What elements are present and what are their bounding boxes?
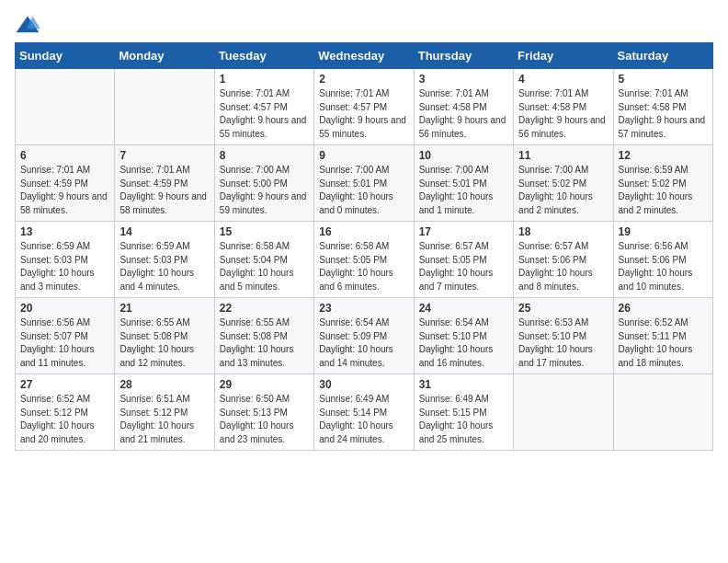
calendar-cell: 18Sunrise: 6:57 AM Sunset: 5:06 PM Dayli…: [514, 222, 613, 298]
calendar-table: SundayMondayTuesdayWednesdayThursdayFrid…: [15, 42, 713, 451]
calendar-cell: 17Sunrise: 6:57 AM Sunset: 5:05 PM Dayli…: [414, 222, 513, 298]
calendar-cell: 11Sunrise: 7:00 AM Sunset: 5:02 PM Dayli…: [514, 145, 613, 222]
day-info: Sunrise: 6:49 AM Sunset: 5:14 PM Dayligh…: [319, 393, 408, 446]
calendar-week-row: 1Sunrise: 7:01 AM Sunset: 4:57 PM Daylig…: [16, 69, 713, 145]
calendar-header-row: SundayMondayTuesdayWednesdayThursdayFrid…: [16, 43, 713, 69]
day-info: Sunrise: 6:54 AM Sunset: 5:09 PM Dayligh…: [319, 316, 408, 370]
day-info: Sunrise: 7:00 AM Sunset: 5:01 PM Dayligh…: [319, 164, 408, 217]
calendar-cell: 23Sunrise: 6:54 AM Sunset: 5:09 PM Dayli…: [314, 298, 414, 374]
calendar-week-row: 13Sunrise: 6:59 AM Sunset: 5:03 PM Dayli…: [16, 222, 713, 298]
day-info: Sunrise: 7:01 AM Sunset: 4:58 PM Dayligh…: [619, 87, 708, 141]
calendar-header-tuesday: Tuesday: [214, 43, 313, 69]
day-number: 1: [220, 73, 309, 86]
day-info: Sunrise: 6:50 AM Sunset: 5:13 PM Dayligh…: [220, 393, 309, 446]
calendar-cell: 12Sunrise: 6:59 AM Sunset: 5:02 PM Dayli…: [613, 145, 712, 222]
calendar-cell: 8Sunrise: 7:00 AM Sunset: 5:00 PM Daylig…: [214, 145, 313, 222]
page-header: [15, 15, 713, 35]
calendar-cell: 19Sunrise: 6:56 AM Sunset: 5:06 PM Dayli…: [613, 222, 712, 298]
day-info: Sunrise: 7:01 AM Sunset: 4:59 PM Dayligh…: [20, 164, 109, 217]
calendar-cell: [115, 69, 214, 145]
day-info: Sunrise: 6:55 AM Sunset: 5:08 PM Dayligh…: [119, 316, 209, 370]
calendar-cell: 14Sunrise: 6:59 AM Sunset: 5:03 PM Dayli…: [115, 222, 214, 298]
calendar-week-row: 20Sunrise: 6:56 AM Sunset: 5:07 PM Dayli…: [16, 298, 713, 374]
day-info: Sunrise: 7:01 AM Sunset: 4:59 PM Dayligh…: [119, 164, 209, 217]
calendar-week-row: 27Sunrise: 6:52 AM Sunset: 5:12 PM Dayli…: [16, 374, 713, 451]
calendar-cell: 10Sunrise: 7:00 AM Sunset: 5:01 PM Dayli…: [414, 145, 513, 222]
day-info: Sunrise: 6:59 AM Sunset: 5:03 PM Dayligh…: [20, 240, 109, 293]
day-info: Sunrise: 6:55 AM Sunset: 5:08 PM Dayligh…: [220, 316, 309, 370]
day-number: 9: [319, 149, 408, 162]
day-number: 7: [119, 149, 209, 162]
calendar-cell: 29Sunrise: 6:50 AM Sunset: 5:13 PM Dayli…: [214, 374, 313, 451]
day-number: 17: [419, 225, 508, 238]
day-info: Sunrise: 7:00 AM Sunset: 5:00 PM Dayligh…: [220, 164, 309, 217]
day-info: Sunrise: 7:01 AM Sunset: 4:58 PM Dayligh…: [419, 87, 508, 141]
day-number: 10: [419, 149, 508, 162]
day-number: 16: [319, 225, 408, 238]
day-number: 28: [119, 378, 209, 391]
calendar-cell: 24Sunrise: 6:54 AM Sunset: 5:10 PM Dayli…: [414, 298, 513, 374]
day-number: 15: [220, 225, 309, 238]
day-number: 23: [319, 302, 408, 315]
day-number: 20: [20, 302, 109, 315]
calendar-cell: 4Sunrise: 7:01 AM Sunset: 4:58 PM Daylig…: [514, 69, 613, 145]
day-info: Sunrise: 6:49 AM Sunset: 5:15 PM Dayligh…: [419, 393, 508, 446]
day-info: Sunrise: 6:51 AM Sunset: 5:12 PM Dayligh…: [119, 393, 209, 446]
calendar-cell: 13Sunrise: 6:59 AM Sunset: 5:03 PM Dayli…: [16, 222, 115, 298]
calendar-cell: 7Sunrise: 7:01 AM Sunset: 4:59 PM Daylig…: [115, 145, 214, 222]
day-number: 19: [619, 225, 708, 238]
day-number: 25: [518, 302, 608, 315]
day-info: Sunrise: 6:53 AM Sunset: 5:10 PM Dayligh…: [518, 316, 608, 370]
day-number: 13: [20, 225, 109, 238]
day-number: 26: [619, 302, 708, 315]
day-number: 27: [20, 378, 109, 391]
day-info: Sunrise: 6:54 AM Sunset: 5:10 PM Dayligh…: [419, 316, 508, 370]
day-number: 24: [419, 302, 508, 315]
calendar-cell: 27Sunrise: 6:52 AM Sunset: 5:12 PM Dayli…: [16, 374, 115, 451]
day-info: Sunrise: 6:52 AM Sunset: 5:11 PM Dayligh…: [619, 316, 708, 370]
calendar-cell: [613, 374, 712, 451]
day-number: 29: [220, 378, 309, 391]
day-info: Sunrise: 6:57 AM Sunset: 5:06 PM Dayligh…: [518, 240, 608, 293]
calendar-header-monday: Monday: [115, 43, 214, 69]
day-number: 21: [119, 302, 209, 315]
calendar-cell: 20Sunrise: 6:56 AM Sunset: 5:07 PM Dayli…: [16, 298, 115, 374]
calendar-header-wednesday: Wednesday: [314, 43, 414, 69]
calendar-cell: 5Sunrise: 7:01 AM Sunset: 4:58 PM Daylig…: [613, 69, 712, 145]
day-info: Sunrise: 7:01 AM Sunset: 4:57 PM Dayligh…: [220, 87, 309, 141]
calendar-cell: 31Sunrise: 6:49 AM Sunset: 5:15 PM Dayli…: [414, 374, 513, 451]
day-number: 30: [319, 378, 408, 391]
calendar-cell: 30Sunrise: 6:49 AM Sunset: 5:14 PM Dayli…: [314, 374, 414, 451]
day-number: 18: [518, 225, 608, 238]
day-number: 5: [619, 73, 708, 86]
day-info: Sunrise: 6:59 AM Sunset: 5:02 PM Dayligh…: [619, 164, 708, 217]
calendar-cell: 1Sunrise: 7:01 AM Sunset: 4:57 PM Daylig…: [214, 69, 313, 145]
calendar-cell: 21Sunrise: 6:55 AM Sunset: 5:08 PM Dayli…: [115, 298, 214, 374]
calendar-cell: 9Sunrise: 7:00 AM Sunset: 5:01 PM Daylig…: [314, 145, 414, 222]
calendar-header-saturday: Saturday: [613, 43, 712, 69]
day-info: Sunrise: 7:01 AM Sunset: 4:58 PM Dayligh…: [518, 87, 608, 141]
calendar-cell: 15Sunrise: 6:58 AM Sunset: 5:04 PM Dayli…: [214, 222, 313, 298]
day-number: 12: [619, 149, 708, 162]
day-number: 8: [220, 149, 309, 162]
calendar-cell: [16, 69, 115, 145]
day-number: 6: [20, 149, 109, 162]
day-info: Sunrise: 6:59 AM Sunset: 5:03 PM Dayligh…: [119, 240, 209, 293]
day-info: Sunrise: 7:00 AM Sunset: 5:02 PM Dayligh…: [518, 164, 608, 217]
calendar-header-sunday: Sunday: [16, 43, 115, 69]
day-info: Sunrise: 6:52 AM Sunset: 5:12 PM Dayligh…: [20, 393, 109, 446]
day-info: Sunrise: 6:56 AM Sunset: 5:07 PM Dayligh…: [20, 316, 109, 370]
day-info: Sunrise: 7:00 AM Sunset: 5:01 PM Dayligh…: [419, 164, 508, 217]
logo-icon: [15, 15, 40, 35]
calendar-cell: 6Sunrise: 7:01 AM Sunset: 4:59 PM Daylig…: [16, 145, 115, 222]
day-info: Sunrise: 6:56 AM Sunset: 5:06 PM Dayligh…: [619, 240, 708, 293]
day-info: Sunrise: 6:58 AM Sunset: 5:04 PM Dayligh…: [220, 240, 309, 293]
day-number: 31: [419, 378, 508, 391]
calendar-header-friday: Friday: [514, 43, 613, 69]
calendar-cell: [514, 374, 613, 451]
calendar-cell: 22Sunrise: 6:55 AM Sunset: 5:08 PM Dayli…: [214, 298, 313, 374]
day-number: 14: [119, 225, 209, 238]
calendar-cell: 3Sunrise: 7:01 AM Sunset: 4:58 PM Daylig…: [414, 69, 513, 145]
day-info: Sunrise: 6:57 AM Sunset: 5:05 PM Dayligh…: [419, 240, 508, 293]
day-number: 22: [220, 302, 309, 315]
